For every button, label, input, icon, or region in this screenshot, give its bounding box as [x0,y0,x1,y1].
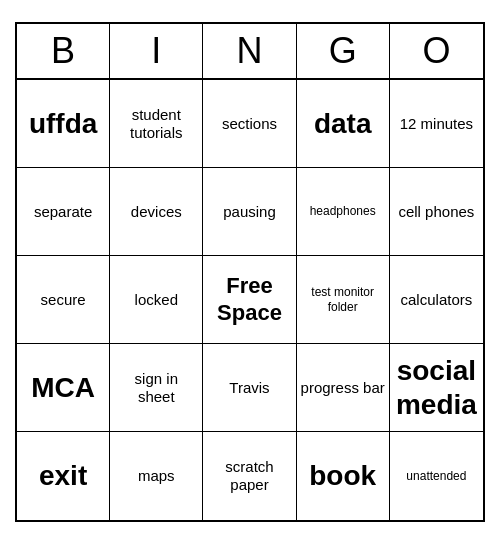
bingo-cell: social media [390,344,483,432]
bingo-cell: exit [17,432,110,520]
bingo-cell: student tutorials [110,80,203,168]
bingo-cell: 12 minutes [390,80,483,168]
bingo-cell: data [297,80,390,168]
header-letter: G [297,24,390,78]
bingo-cell: MCA [17,344,110,432]
bingo-cell: Free Space [203,256,296,344]
bingo-cell: secure [17,256,110,344]
bingo-cell: progress bar [297,344,390,432]
bingo-grid: uffdastudent tutorialssectionsdata12 min… [17,80,483,520]
bingo-cell: cell phones [390,168,483,256]
bingo-cell: unattended [390,432,483,520]
bingo-card: BINGO uffdastudent tutorialssectionsdata… [15,22,485,522]
bingo-cell: separate [17,168,110,256]
bingo-cell: calculators [390,256,483,344]
bingo-cell: headphones [297,168,390,256]
bingo-cell: maps [110,432,203,520]
header-letter: O [390,24,483,78]
header-letter: B [17,24,110,78]
bingo-cell: locked [110,256,203,344]
bingo-cell: sign in sheet [110,344,203,432]
header-letter: I [110,24,203,78]
bingo-cell: uffda [17,80,110,168]
bingo-cell: Travis [203,344,296,432]
bingo-header: BINGO [17,24,483,80]
bingo-cell: pausing [203,168,296,256]
bingo-cell: scratch paper [203,432,296,520]
bingo-cell: devices [110,168,203,256]
bingo-cell: test monitor folder [297,256,390,344]
bingo-cell: sections [203,80,296,168]
header-letter: N [203,24,296,78]
bingo-cell: book [297,432,390,520]
